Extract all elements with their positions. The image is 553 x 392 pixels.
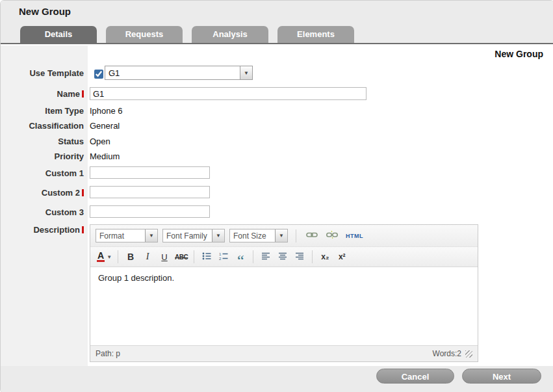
priority-label: Priority [1,151,84,161]
svg-text:2: 2 [219,257,222,261]
bullet-list-icon [201,251,212,263]
name-input[interactable] [90,87,367,100]
classification-value: General [90,121,120,131]
description-label-text: Description [33,225,80,235]
chevron-down-icon[interactable]: ▼ [145,229,157,242]
superscript-button[interactable]: x² [334,249,350,265]
classification-label: Classification [1,121,84,131]
link-icon [306,229,318,242]
item-type-value: Iphone 6 [90,106,123,116]
description-editor: Format ▼ Font Family ▼ Font Size ▼ HTML … [90,224,478,362]
tab-analysis[interactable]: Analysis [192,26,268,43]
template-select-value: G1 [105,68,240,78]
priority-value: Medium [90,151,120,161]
editor-path: Path: p [96,349,120,358]
use-template-label-text: Use Template [29,68,84,78]
align-right-button[interactable] [292,249,307,265]
window-header: New Group [1,1,553,23]
toolbar-separator [194,250,194,263]
format-select-value: Format [96,231,145,241]
italic-button[interactable]: I [140,249,155,265]
status-label-text: Status [58,137,84,146]
custom1-label: Custom 1 [1,168,84,178]
font-size-select-value: Font Size [230,231,275,241]
custom1-label-text: Custom 1 [45,168,84,178]
bold-button[interactable]: B [123,249,138,265]
align-center-button[interactable] [275,249,290,265]
custom3-label: Custom 3 [1,207,84,217]
editor-word-count: Words:2 [433,349,461,358]
name-label-text: Name [57,89,80,99]
required-marker [82,226,84,233]
font-family-select-value: Font Family [163,231,212,241]
toolbar-separator [253,250,253,263]
new-group-window: New Group Details Requests Analysis Elem… [0,0,553,392]
align-left-icon [261,251,271,263]
chevron-down-icon: ▼ [107,254,112,260]
html-icon: HTML [346,233,363,239]
editor-status-bar: Path: p Words:2 [90,345,478,361]
priority-label-text: Priority [54,151,84,161]
custom3-label-text: Custom 3 [45,207,84,217]
blockquote-button[interactable]: “ [233,249,248,265]
toolbar-separator [296,229,296,242]
custom1-input[interactable] [90,166,210,179]
svg-text:1: 1 [219,252,222,255]
required-marker [82,189,84,196]
description-label: Description [1,225,84,235]
numbered-list-icon: 12 [218,251,229,263]
chevron-down-icon[interactable]: ▼ [240,66,252,79]
align-center-icon [277,251,288,263]
item-type-label: Item Type [1,106,84,116]
font-color-icon: A [97,252,105,262]
status-value: Open [90,137,110,146]
required-marker [82,90,84,98]
numbered-list-button[interactable]: 12 [216,249,231,265]
font-size-select[interactable]: Font Size ▼ [229,229,288,242]
use-template-checkbox[interactable] [94,70,103,79]
editor-toolbar-row1: Format ▼ Font Family ▼ Font Size ▼ HTML [90,225,478,247]
format-select[interactable]: Format ▼ [96,229,158,242]
subscript-button[interactable]: x₂ [317,249,333,265]
section-title: New Group [495,49,543,59]
editor-words-wrap: Words:2 [433,349,472,358]
use-template-label: Use Template [1,68,84,78]
tab-requests[interactable]: Requests [106,26,183,43]
align-left-button[interactable] [258,249,274,265]
resize-handle-icon[interactable] [465,350,472,358]
custom2-input[interactable] [90,186,210,198]
template-select[interactable]: G1 ▼ [105,66,253,80]
editor-content[interactable]: Group 1 description. [90,267,478,345]
custom3-input[interactable] [90,205,210,218]
custom2-label: Custom 2 [1,188,84,198]
page-title: New Group [19,6,71,17]
custom2-label-text: Custom 2 [42,188,80,198]
name-label: Name [1,89,84,99]
tab-details[interactable]: Details [20,26,97,43]
bullet-list-button[interactable] [199,249,214,265]
toolbar-separator [312,250,313,263]
unlink-button[interactable] [324,228,340,244]
status-label: Status [1,137,84,146]
chevron-down-icon[interactable]: ▼ [275,229,287,242]
html-source-button[interactable]: HTML [344,228,365,244]
classification-label-text: Classification [29,121,84,131]
tab-bar: Details Requests Analysis Elements [1,23,553,44]
toolbar-separator [118,250,118,263]
unlink-icon [326,229,338,242]
chevron-down-icon[interactable]: ▼ [212,229,224,242]
editor-toolbar-row2: A▼ B I U ABC 12 “ x₂ x² [90,247,478,267]
next-button[interactable]: Next [462,369,541,384]
tab-elements[interactable]: Elements [277,26,354,43]
underline-button[interactable]: U [157,249,172,265]
blockquote-icon: “ [237,250,244,263]
font-color-button[interactable]: A▼ [96,249,113,265]
font-family-select[interactable]: Font Family ▼ [162,229,225,242]
strikethrough-button[interactable]: ABC [174,249,189,265]
align-right-icon [294,251,305,263]
item-type-label-text: Item Type [45,106,84,116]
cancel-button[interactable]: Cancel [376,369,454,384]
insert-link-button[interactable] [304,228,320,244]
